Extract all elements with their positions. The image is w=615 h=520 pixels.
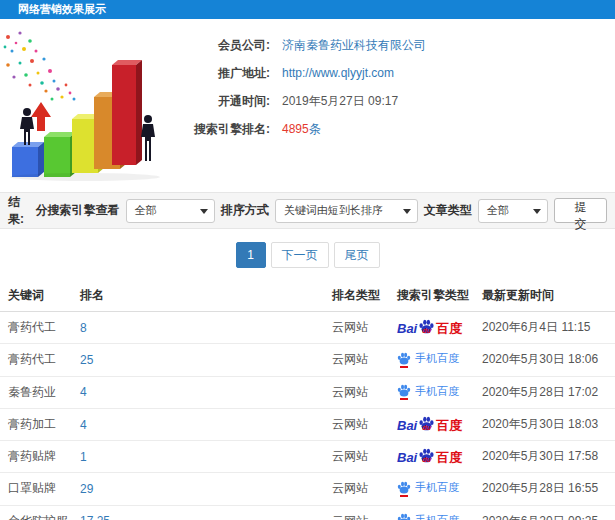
open-time-value: 2019年5月27日 09:17 — [282, 93, 398, 110]
mobile-baidu-badge[interactable]: 手机百度 — [397, 513, 459, 520]
member-info-panel: 会员公司: 济南秦鲁药业科技有限公司 推广地址: http://www.qlyy… — [172, 25, 426, 185]
mobile-baidu-badge[interactable]: 手机百度 — [397, 351, 459, 366]
updated-cell: 2020年5月30日 17:58 — [482, 441, 615, 473]
company-name-link[interactable]: 济南秦鲁药业科技有限公司 — [282, 37, 426, 54]
chevron-down-icon — [200, 209, 208, 214]
col-keyword: 关键词 — [0, 279, 80, 312]
confetti-dots — [4, 31, 76, 100]
baidu-logo[interactable]: Bai du 百度 — [397, 448, 462, 464]
filter-bar: 结果: 分搜索引擎查看 全部 排序方式 关键词由短到长排序 文章类型 全部 提交 — [0, 192, 615, 229]
growth-chart-illustration — [0, 25, 172, 185]
updated-cell: 2020年5月30日 18:03 — [482, 409, 615, 441]
rank-cell: 25 — [80, 344, 332, 377]
rank-cell: 29 — [80, 473, 332, 506]
keyword-cell: 膏药加工 — [0, 409, 80, 441]
rank-cell: 4 — [80, 376, 332, 409]
mobile-baidu-badge[interactable]: 手机百度 — [397, 384, 459, 399]
col-rank: 排名 — [80, 279, 332, 312]
submit-button[interactable]: 提交 — [554, 198, 607, 223]
filter-controls: 分搜索引擎查看 全部 排序方式 关键词由短到长排序 文章类型 全部 提交 — [36, 198, 608, 223]
window-title: 网络营销效果展示 — [0, 0, 615, 19]
rank-link[interactable]: 29 — [80, 482, 93, 496]
mobile-baidu-label: 手机百度 — [415, 480, 459, 495]
rank-cell: 1 — [80, 441, 332, 473]
engine-cell: 手机百度 — [397, 473, 482, 506]
keyword-cell: 膏药代工 — [0, 344, 80, 377]
rank-link[interactable]: 4 — [80, 385, 87, 399]
mobile-baidu-paw-icon — [397, 384, 411, 398]
bar-green — [44, 132, 76, 177]
rank-link[interactable]: 8 — [80, 321, 87, 335]
keyword-cell: 膏药代工 — [0, 312, 80, 344]
businessman-right — [141, 115, 155, 161]
businessman-left — [20, 108, 34, 145]
mobile-baidu-badge[interactable]: 手机百度 — [397, 480, 459, 495]
article-type-select[interactable]: 全部 — [478, 199, 548, 223]
updated-cell: 2020年5月30日 18:06 — [482, 344, 615, 377]
engine-cell: 手机百度 — [397, 344, 482, 377]
rank-cell: 4 — [80, 409, 332, 441]
open-time-label: 开通时间: — [172, 93, 270, 110]
updated-cell: 2020年5月28日 17:02 — [482, 376, 615, 409]
rank-type-cell: 云网站 — [332, 376, 397, 409]
baidu-logo[interactable]: Bai du 百度 — [397, 319, 462, 335]
col-engine-type: 搜索引擎类型 — [397, 279, 482, 312]
info-row-opentime: 开通时间: 2019年5月27日 09:17 — [172, 87, 426, 115]
last-page-button[interactable]: 尾页 — [334, 242, 380, 268]
engine-select[interactable]: 全部 — [126, 199, 215, 223]
table-row: 膏药代工 8 云网站 Bai du 百度 2020年6月4日 11:15 — [0, 312, 615, 344]
keyword-cell: 金华防护服 — [0, 505, 80, 520]
chevron-down-icon — [403, 209, 411, 214]
mobile-baidu-paw-icon — [397, 481, 411, 495]
mobile-baidu-label: 手机百度 — [415, 513, 459, 520]
rank-type-cell: 云网站 — [332, 473, 397, 506]
rank-link[interactable]: 17,25 — [80, 514, 110, 520]
rank-link[interactable]: 4 — [80, 418, 87, 432]
rank-link[interactable]: 1 — [80, 450, 87, 464]
pagination: 1 下一页 尾页 — [0, 242, 615, 268]
rank-type-cell: 云网站 — [332, 505, 397, 520]
sort-select[interactable]: 关键词由短到长排序 — [275, 199, 418, 223]
result-label: 结果: — [8, 194, 36, 228]
mobile-baidu-paw-icon — [397, 513, 411, 520]
baidu-paw-icon: du — [418, 416, 435, 432]
info-row-rankcount: 搜索引擎排名: 4895条 — [172, 115, 426, 143]
info-row-company: 会员公司: 济南秦鲁药业科技有限公司 — [172, 31, 426, 59]
updated-cell: 2020年6月20日 09:25 — [482, 505, 615, 520]
col-updated: 最新更新时间 — [482, 279, 615, 312]
keyword-cell: 口罩贴牌 — [0, 473, 80, 506]
col-rank-type: 排名类型 — [332, 279, 397, 312]
promo-url-link[interactable]: http://www.qlyyjt.com — [282, 66, 394, 80]
engine-cell: Bai du 百度 — [397, 409, 482, 441]
info-section: 会员公司: 济南秦鲁药业科技有限公司 推广地址: http://www.qlyy… — [0, 25, 615, 185]
keyword-ranking-table: 关键词 排名 排名类型 搜索引擎类型 最新更新时间 膏药代工 8 云网站 Bai… — [0, 279, 615, 520]
table-row: 秦鲁药业 4 云网站 手机百度 2020年5月28日 17:02 — [0, 376, 615, 409]
rank-type-cell: 云网站 — [332, 441, 397, 473]
next-page-button[interactable]: 下一页 — [271, 242, 329, 268]
baidu-paw-icon: du — [418, 319, 435, 335]
engine-cell: Bai du 百度 — [397, 312, 482, 344]
keyword-cell: 秦鲁药业 — [0, 376, 80, 409]
mobile-baidu-label: 手机百度 — [415, 384, 459, 399]
mobile-baidu-label: 手机百度 — [415, 351, 459, 366]
baidu-logo[interactable]: Bai du 百度 — [397, 416, 462, 432]
rank-type-cell: 云网站 — [332, 409, 397, 441]
table-row: 口罩贴牌 29 云网站 手机百度 2020年5月28日 16:55 — [0, 473, 615, 506]
rank-count-value: 4895条 — [282, 121, 321, 138]
keyword-cell: 膏药贴牌 — [0, 441, 80, 473]
bar-blue — [12, 142, 44, 177]
rank-link[interactable]: 25 — [80, 353, 93, 367]
company-label: 会员公司: — [172, 37, 270, 54]
table-row: 金华防护服 17,25 云网站 手机百度 2020年6月20日 09:25 — [0, 505, 615, 520]
article-type-label: 文章类型 — [424, 202, 472, 219]
table-row: 膏药代工 25 云网站 手机百度 2020年5月30日 18:06 — [0, 344, 615, 377]
engine-cell: Bai du 百度 — [397, 441, 482, 473]
page-button-1[interactable]: 1 — [236, 242, 266, 268]
rank-cell: 17,25 — [80, 505, 332, 520]
sort-filter-label: 排序方式 — [221, 202, 269, 219]
updated-cell: 2020年6月4日 11:15 — [482, 312, 615, 344]
engine-cell: 手机百度 — [397, 505, 482, 520]
bar-red — [112, 60, 142, 165]
table-header-row: 关键词 排名 排名类型 搜索引擎类型 最新更新时间 — [0, 279, 615, 312]
chevron-down-icon — [533, 209, 541, 214]
